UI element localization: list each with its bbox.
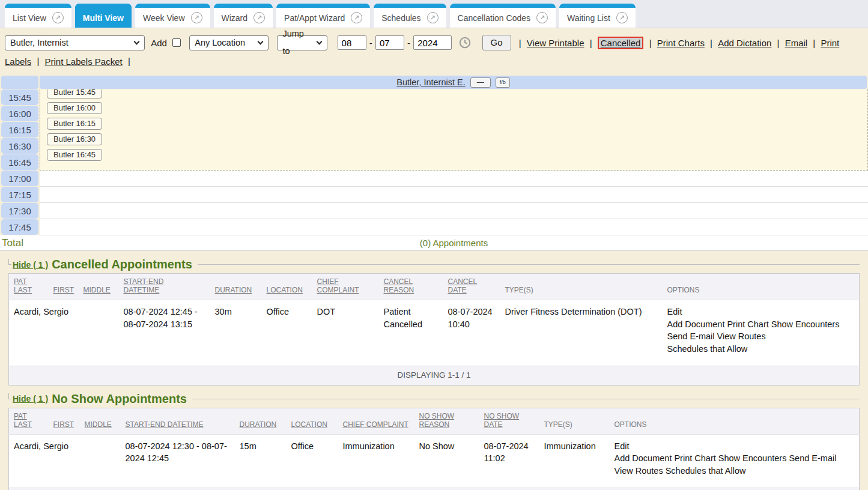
col-start-end[interactable]: START-END DATETIME — [121, 408, 235, 434]
hide-cancelled-link[interactable]: Hide ( 1 ) — [13, 260, 48, 270]
print-charts-link[interactable]: Print Charts — [657, 38, 705, 48]
appointments-count: (0) Appointments — [40, 238, 868, 248]
link-separator: | — [519, 38, 521, 48]
open-new-window-icon[interactable]: ↗ — [253, 12, 265, 23]
view-printable-link[interactable]: View Printable — [527, 38, 584, 48]
open-new-window-icon[interactable]: ↗ — [351, 12, 362, 23]
open-new-window-icon[interactable]: ↗ — [536, 12, 548, 23]
time-slot-label[interactable]: 16:15 — [1, 122, 38, 138]
month-input[interactable] — [338, 35, 366, 50]
col-chief-complaint[interactable]: CHIEF COMPLAINT — [312, 274, 379, 300]
col-no-show-date[interactable]: NO SHOW DATE — [479, 408, 539, 434]
schedule-header-row: Butler, Internist E. — f/b — [0, 76, 868, 89]
time-slot-label[interactable]: 15:45 — [1, 89, 38, 105]
print-labels-packet-link[interactable]: Print Labels Packet — [44, 56, 122, 66]
slot-button[interactable]: Butler 16:15 — [47, 118, 102, 130]
col-first[interactable]: FIRST — [49, 274, 79, 300]
time-slot-label[interactable]: 16:30 — [1, 138, 38, 154]
link-separator: | — [710, 38, 712, 48]
slot-button[interactable]: Butler 15:45 — [47, 89, 102, 98]
cell-cancel-date: 08-07-2024 10:40 — [443, 300, 500, 366]
minimize-column-button[interactable]: — — [470, 77, 491, 88]
provider-select[interactable]: Butler, Internist — [5, 35, 145, 50]
tab-waiting-list[interactable]: Waiting List ↗ — [559, 4, 636, 28]
cell-middle — [80, 434, 121, 488]
empty-slot-row[interactable] — [40, 219, 868, 235]
tab-wizard[interactable]: Wizard ↗ — [214, 4, 273, 28]
location-select[interactable]: Any Location — [189, 35, 269, 50]
cell-duration: 15m — [235, 434, 287, 488]
empty-slot-row[interactable] — [40, 187, 868, 203]
open-new-window-icon[interactable]: ↗ — [191, 12, 202, 23]
col-middle[interactable]: MIDDLE — [79, 274, 119, 300]
col-start-end[interactable]: START-END DATETIME — [119, 274, 210, 300]
tab-label: Schedules — [381, 13, 420, 23]
table-header-row: PAT LAST FIRST MIDDLE START-END DATETIME… — [9, 408, 860, 434]
link-separator: | — [37, 56, 39, 66]
empty-slot-row[interactable] — [40, 171, 868, 187]
tab-schedules[interactable]: Schedules ↗ — [374, 4, 446, 28]
section-header: Hide ( 1 ) No Show Appointments — [8, 392, 860, 406]
open-new-window-icon[interactable]: ↗ — [52, 12, 64, 23]
fb-button[interactable]: f/b — [496, 77, 510, 88]
col-cancel-date[interactable]: CANCEL DATE — [443, 274, 500, 300]
email-link[interactable]: Email — [785, 38, 808, 48]
col-pat-last[interactable]: PAT LAST — [9, 274, 49, 300]
options-links[interactable]: Add Document Print Chart Show Encounters — [667, 318, 855, 331]
col-options: OPTIONS — [610, 408, 860, 434]
time-slot-label[interactable]: 17:00 — [1, 171, 38, 186]
add-checkbox[interactable] — [172, 38, 181, 47]
chevron-down-icon — [317, 39, 323, 45]
col-first[interactable]: FIRST — [49, 408, 80, 434]
add-dictation-link[interactable]: Add Dictation — [718, 38, 771, 48]
year-input[interactable] — [413, 35, 452, 50]
clock-icon[interactable] — [459, 37, 471, 49]
col-middle[interactable]: MIDDLE — [80, 408, 121, 434]
time-slot-label[interactable]: 17:15 — [1, 187, 38, 202]
col-duration[interactable]: DURATION — [210, 274, 262, 300]
col-cancel-reason[interactable]: CANCEL REASON — [379, 274, 443, 300]
section-rule-tick — [8, 393, 11, 399]
link-separator: | — [813, 38, 815, 48]
cell-options: Edit Add Document Print Chart Show Encou… — [610, 434, 860, 488]
options-links[interactable]: Schedules that Allow — [667, 343, 855, 355]
cancelled-link[interactable]: Cancelled — [598, 37, 644, 49]
tab-multi-view[interactable]: Multi View — [75, 4, 132, 28]
tab-week-view[interactable]: Week View ↗ — [135, 4, 210, 28]
time-slot-label[interactable]: 17:45 — [1, 219, 38, 235]
tab-pat-appt-wizard[interactable]: Pat/Appt Wizard ↗ — [276, 4, 370, 28]
open-new-window-icon[interactable]: ↗ — [616, 12, 628, 23]
time-slot-label[interactable]: 16:00 — [1, 106, 38, 121]
jump-to-select-value: Jump to — [282, 25, 312, 60]
col-pat-last[interactable]: PAT LAST — [9, 408, 49, 434]
col-no-show-reason[interactable]: NO SHOW REASON — [414, 408, 479, 434]
slot-button[interactable]: Butler 16:45 — [47, 149, 102, 161]
table-footer-row: DISPLAYING 1-1 / 1 — [9, 366, 860, 385]
appointment-area: Butler 15:45 Butler 16:00 Butler 16:15 B… — [40, 89, 868, 235]
col-duration[interactable]: DURATION — [235, 408, 287, 434]
options-links[interactable]: View Routes Schedules that Allow — [615, 465, 855, 477]
time-slot-label[interactable]: 16:45 — [1, 154, 38, 170]
time-slot-label[interactable]: 17:30 — [1, 203, 38, 219]
edit-link[interactable]: Edit — [667, 306, 855, 318]
edit-link[interactable]: Edit — [615, 440, 855, 453]
col-chief-complaint[interactable]: CHIEF COMPLAINT — [338, 408, 414, 434]
cell-pat-name: Acardi, Sergio — [9, 300, 49, 366]
options-links[interactable]: Add Document Print Chart Show Encounters… — [615, 452, 855, 465]
empty-slot-row[interactable] — [40, 203, 868, 219]
col-location[interactable]: LOCATION — [262, 274, 312, 300]
jump-to-select[interactable]: Jump to — [277, 35, 327, 50]
open-new-window-icon[interactable]: ↗ — [427, 12, 439, 23]
day-input[interactable] — [375, 35, 404, 50]
slot-button[interactable]: Butler 16:30 — [47, 133, 102, 145]
provider-header-link[interactable]: Butler, Internist E. — [396, 77, 465, 87]
go-button[interactable]: Go — [482, 35, 511, 50]
cell-types: Immunization — [539, 434, 610, 488]
chevron-down-icon — [258, 39, 264, 45]
slot-button[interactable]: Butler 16:00 — [47, 102, 102, 114]
hide-no-show-link[interactable]: Hide ( 1 ) — [13, 394, 48, 404]
options-links[interactable]: Send E-mail View Routes — [667, 330, 855, 343]
col-location[interactable]: LOCATION — [287, 408, 338, 434]
tab-list-view[interactable]: List View ↗ — [5, 4, 71, 28]
tab-cancellation-codes[interactable]: Cancellation Codes ↗ — [450, 4, 556, 28]
